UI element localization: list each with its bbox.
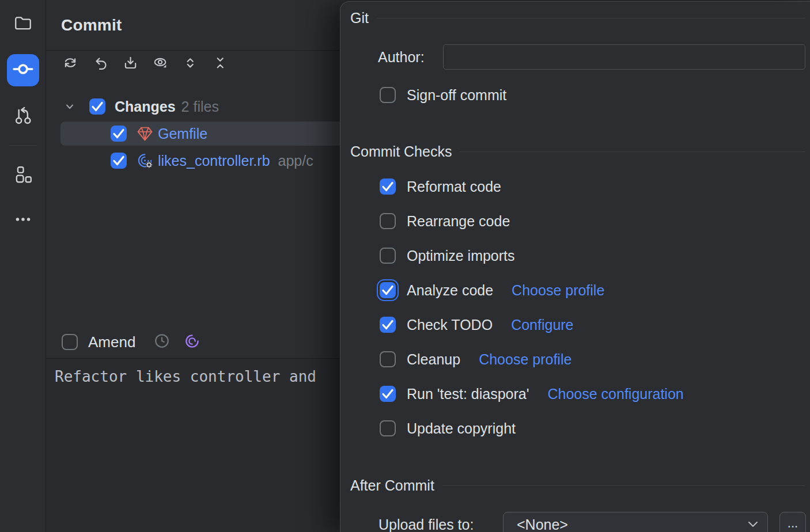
upload-files-label: Upload files to:	[378, 516, 474, 532]
section-title: After Commit	[350, 477, 434, 494]
run-test-checkbox[interactable]	[380, 386, 396, 402]
refresh-icon[interactable]	[63, 55, 78, 70]
changes-file-count: 2 files	[181, 98, 219, 115]
upload-files-row: Upload files to: <None> ...	[340, 512, 810, 532]
author-label: Author:	[378, 49, 425, 66]
tool-window-stripe	[0, 0, 46, 532]
rails-controller-icon	[137, 153, 153, 169]
structure-icon	[13, 165, 33, 187]
section-title: Commit Checks	[350, 143, 452, 160]
amend-row: Amend	[46, 328, 200, 356]
changes-group-checkbox[interactable]	[89, 98, 105, 115]
configure-link[interactable]: Configure	[511, 317, 573, 333]
commit-options-popup: Git Author: Sign-off commit Commit Check…	[340, 1, 810, 532]
more-icon	[13, 210, 33, 231]
author-input[interactable]	[443, 44, 805, 70]
more-tool-windows-button[interactable]	[10, 208, 36, 233]
check-row-optimize-imports: Optimize imports	[380, 244, 515, 268]
git-section-header: Git	[350, 10, 805, 26]
stripe-divider	[9, 145, 37, 146]
chevron-down-icon[interactable]	[63, 100, 76, 113]
cleanup-checkbox[interactable]	[380, 351, 396, 367]
check-row-rearrange-code: Rearrange code	[380, 209, 510, 233]
check-label: Optimize imports	[407, 248, 515, 264]
likes-controller-checkbox[interactable]	[111, 153, 127, 169]
panel-title: Commit	[61, 16, 122, 35]
project-tool-button[interactable]	[10, 12, 36, 37]
rearrange-code-checkbox[interactable]	[380, 213, 396, 229]
check-row-cleanup: Cleanup Choose profile	[380, 347, 571, 371]
chevron-down-icon	[748, 519, 758, 530]
after-commit-section-header: After Commit	[350, 477, 805, 494]
optimize-imports-checkbox[interactable]	[380, 248, 396, 264]
upload-target-select[interactable]: <None>	[503, 512, 768, 532]
ai-assistant-icon[interactable]	[184, 333, 200, 351]
file-path: app/c	[278, 153, 313, 169]
check-label: Check TODO	[407, 317, 493, 333]
preview-diff-icon[interactable]	[153, 55, 168, 70]
signoff-checkbox[interactable]	[380, 87, 396, 103]
pull-requests-tool-button[interactable]	[10, 104, 36, 129]
author-row: Author:	[340, 44, 810, 70]
commit-tool-button[interactable]	[7, 54, 39, 86]
structure-tool-button[interactable]	[10, 163, 36, 188]
check-row-reformat-code: Reformat code	[380, 174, 501, 199]
section-rule	[377, 18, 805, 18]
ruby-gem-icon	[137, 126, 153, 142]
browse-button[interactable]: ...	[779, 512, 806, 532]
check-row-check-todo: Check TODO Configure	[380, 313, 574, 337]
check-label: Reformat code	[407, 178, 501, 195]
commit-toolbar	[46, 55, 228, 70]
choose-profile-link[interactable]: Choose profile	[512, 282, 604, 299]
commit-checks-section-header: Commit Checks	[350, 143, 805, 160]
update-copyright-checkbox[interactable]	[380, 420, 396, 436]
rollback-icon[interactable]	[93, 55, 108, 70]
reformat-code-checkbox[interactable]	[380, 178, 396, 195]
collapse-all-icon[interactable]	[213, 55, 228, 70]
analyze-code-checkbox[interactable]	[380, 282, 396, 298]
signoff-label: Sign-off commit	[407, 87, 506, 104]
check-row-update-copyright: Update copyright	[380, 416, 516, 440]
shelve-icon[interactable]	[123, 55, 138, 70]
ide-window: Commit	[0, 0, 810, 532]
check-label: Analyze code	[407, 282, 493, 299]
commit-icon	[10, 56, 36, 84]
check-label: Cleanup	[407, 351, 460, 368]
folder-icon	[13, 13, 33, 35]
check-todo-checkbox[interactable]	[380, 317, 396, 333]
section-rule	[442, 485, 805, 486]
choose-profile-link[interactable]: Choose profile	[479, 351, 571, 368]
section-rule	[460, 151, 805, 152]
section-title: Git	[350, 10, 369, 26]
changes-group-label: Changes	[115, 98, 176, 115]
check-row-run-test: Run 'test: diaspora' Choose configuratio…	[380, 382, 684, 406]
signoff-row: Sign-off commit	[380, 86, 506, 104]
check-label: Rearrange code	[407, 213, 510, 230]
check-row-analyze-code: Analyze code Choose profile	[380, 278, 604, 302]
check-label: Run 'test: diaspora'	[407, 386, 529, 402]
choose-configuration-link[interactable]: Choose configuration	[547, 386, 683, 402]
amend-label: Amend	[88, 333, 135, 351]
upload-target-value: <None>	[517, 516, 748, 532]
file-name: Gemfile	[158, 126, 207, 142]
check-label: Update copyright	[407, 420, 516, 437]
pull-request-icon	[13, 105, 33, 128]
expand-all-icon[interactable]	[183, 55, 198, 70]
amend-checkbox[interactable]	[62, 334, 78, 350]
file-name: likes_controller.rb	[158, 153, 270, 169]
gemfile-checkbox[interactable]	[111, 126, 127, 142]
commit-history-icon[interactable]	[153, 332, 171, 352]
